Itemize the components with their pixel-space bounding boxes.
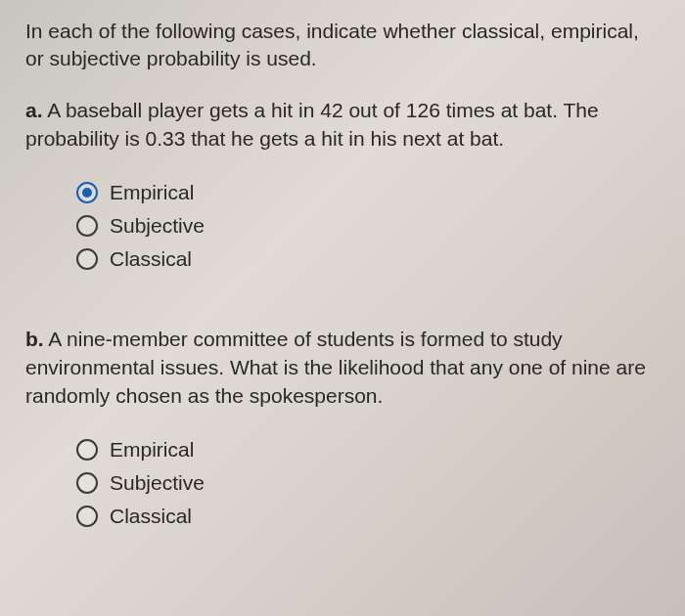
question-a-text: a. A baseball player gets a hit in 42 ou… xyxy=(25,97,660,154)
option-a-subjective[interactable]: Subjective xyxy=(76,214,660,238)
option-label: Subjective xyxy=(110,214,205,238)
option-label: Classical xyxy=(110,505,192,528)
radio-icon xyxy=(76,182,98,203)
option-label: Empirical xyxy=(110,438,194,462)
quiz-container: In each of the following cases, indicate… xyxy=(0,0,685,579)
option-a-empirical[interactable]: Empirical xyxy=(76,181,660,204)
question-a-label: a. xyxy=(25,99,43,121)
option-b-subjective[interactable]: Subjective xyxy=(76,471,660,495)
radio-icon xyxy=(76,215,98,237)
question-a: a. A baseball player gets a hit in 42 ou… xyxy=(25,97,660,271)
radio-icon xyxy=(76,472,98,494)
question-b-text: b. A nine-member committee of students i… xyxy=(25,326,660,411)
option-label: Classical xyxy=(110,247,192,271)
radio-icon xyxy=(76,506,98,527)
question-b-options: Empirical Subjective Classical xyxy=(76,438,660,528)
option-label: Subjective xyxy=(110,471,205,495)
intro-text: In each of the following cases, indicate… xyxy=(25,18,660,73)
option-b-classical[interactable]: Classical xyxy=(76,505,660,528)
question-b-label: b. xyxy=(25,328,44,350)
question-b: b. A nine-member committee of students i… xyxy=(25,326,660,528)
question-a-options: Empirical Subjective Classical xyxy=(76,181,660,271)
radio-icon xyxy=(76,248,98,270)
option-label: Empirical xyxy=(110,181,194,204)
option-a-classical[interactable]: Classical xyxy=(76,247,660,271)
option-b-empirical[interactable]: Empirical xyxy=(76,438,660,462)
question-a-body: A baseball player gets a hit in 42 out o… xyxy=(25,99,599,150)
radio-icon xyxy=(76,439,98,461)
question-b-body: A nine-member committee of students is f… xyxy=(25,328,646,407)
